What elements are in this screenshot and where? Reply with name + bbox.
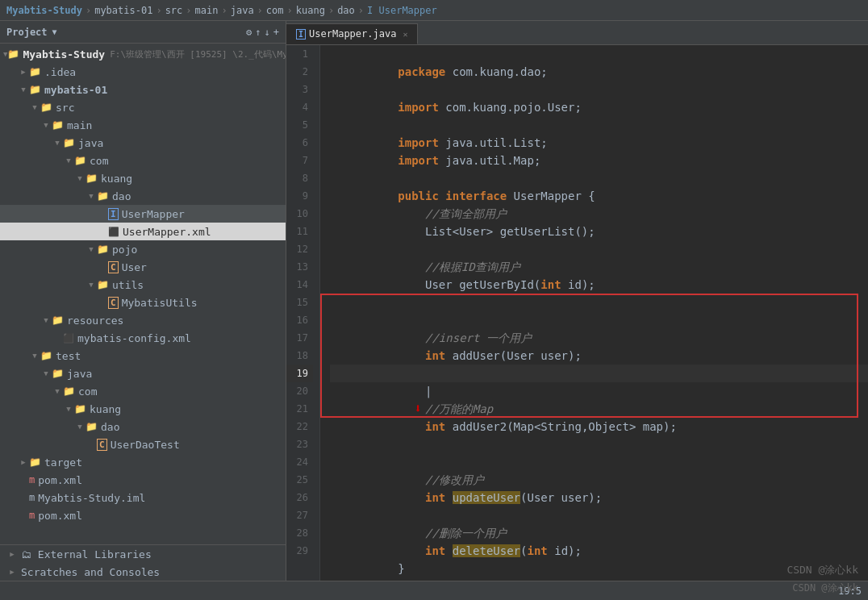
folder-icon: 📁 xyxy=(97,190,109,202)
folder-icon: 📁 xyxy=(52,368,64,379)
code-line-12: //根据ID查询用户 xyxy=(330,240,868,258)
tree-item-myabtis-study[interactable]: ▼ 📁 Myabtis-Study F:\班级管理\西开 [19525] \2.… xyxy=(0,45,286,63)
tree-item-dao[interactable]: ▼ 📁 dao xyxy=(0,187,286,205)
code-line-23 xyxy=(330,435,868,453)
collapse-icon[interactable]: ↑ xyxy=(255,27,261,38)
sidebar-header: Project ▼ ⚙ ↑ ↓ + xyxy=(0,21,286,44)
tree-item-user[interactable]: C User xyxy=(0,258,286,276)
code-line-10: List<User> getUserList(); xyxy=(330,205,868,223)
pom-icon: m xyxy=(29,474,35,485)
code-content[interactable]: package com.kuang.dao; import com.kuang.… xyxy=(320,45,868,581)
breadcrumb-item-1[interactable]: mybatis-01 xyxy=(94,5,152,16)
tree-item-kuang[interactable]: ▼ 📁 kuang xyxy=(0,169,286,187)
tree-item-test[interactable]: ▼ 📁 test xyxy=(0,347,286,365)
tree-item-test-kuang[interactable]: ▼ 📁 kuang xyxy=(0,400,286,418)
tree-item-java[interactable]: ▼ 📁 java xyxy=(0,134,286,152)
code-line-6: import java.util.Map; xyxy=(330,134,868,152)
code-line-5: import java.util.List; xyxy=(330,116,868,134)
sidebar-tree: ▼ 📁 Myabtis-Study F:\班级管理\西开 [19525] \2.… xyxy=(0,44,286,544)
tree-item-mybatis-01[interactable]: ▼ 📁 mybatis-01 xyxy=(0,81,286,98)
breadcrumb-item-5[interactable]: com xyxy=(266,5,284,16)
editor-tab-usermapper[interactable]: I UserMapper.java ✕ xyxy=(286,23,418,44)
tree-arrow-icon: ▼ xyxy=(29,103,40,111)
breadcrumb-item-7[interactable]: dao xyxy=(337,5,355,16)
code-line-15 xyxy=(330,294,868,311)
tree-arrow-icon: ▼ xyxy=(86,192,97,200)
class-icon: C xyxy=(108,261,119,273)
code-line-2 xyxy=(330,63,868,81)
code-line-21: int addUser2(Map<String,Object> map); xyxy=(330,400,868,418)
tree-arrow-icon: ▶ xyxy=(18,458,29,466)
tree-item-test-java[interactable]: ▼ 📁 java xyxy=(0,365,286,382)
tree-label: Myabtis-Study xyxy=(23,48,105,60)
sidebar-bottom: ▶ 🗂 External Libraries ▶ Scratches and C… xyxy=(0,544,286,581)
tree-item-com[interactable]: ▼ 📁 com xyxy=(0,152,286,169)
iml-icon: m xyxy=(29,492,35,503)
folder-icon: 📁 xyxy=(29,66,41,77)
tree-arrow-icon: ▼ xyxy=(52,139,63,147)
tree-item-pom1[interactable]: m pom.xml xyxy=(0,471,286,489)
scratches-label: Scratches and Consoles xyxy=(21,566,160,578)
tree-item-utils[interactable]: ▼ 📁 utils xyxy=(0,276,286,294)
breadcrumb-item-8[interactable]: I UserMapper xyxy=(367,5,437,16)
folder-icon: 📁 xyxy=(97,244,109,255)
add-icon[interactable]: + xyxy=(273,27,279,38)
folder-icon: 📁 xyxy=(86,421,98,432)
tab-label: UserMapper.java xyxy=(309,28,396,40)
tree-item-pom2[interactable]: m pom.xml xyxy=(0,506,286,524)
tree-arrow-icon: ▼ xyxy=(86,245,97,253)
project-label[interactable]: Project xyxy=(6,27,48,38)
tree-item-test-com[interactable]: ▼ 📁 com xyxy=(0,382,286,400)
folder-icon: 📁 xyxy=(86,173,98,184)
tree-arrow-icon: ▼ xyxy=(86,281,97,289)
breadcrumb-item-0[interactable]: Myabtis-Study xyxy=(6,5,82,16)
folder-icon: 📁 xyxy=(63,137,75,148)
expand-icon[interactable]: ↓ xyxy=(265,27,270,38)
code-line-14 xyxy=(330,276,868,294)
folder-icon: 📁 xyxy=(40,102,52,113)
tree-item-iml[interactable]: m Myabtis-Study.iml xyxy=(0,489,286,506)
tree-arrow-icon: ▼ xyxy=(52,387,63,395)
code-line-4 xyxy=(330,98,868,116)
tree-item-main[interactable]: ▼ 📁 main xyxy=(0,116,286,134)
code-line-24: //修改用户 xyxy=(330,453,868,471)
tree-item-userdaotest[interactable]: C UserDaoTest xyxy=(0,435,286,453)
scratches-item[interactable]: ▶ Scratches and Consoles xyxy=(0,563,286,581)
tree-item-usermapper-xml[interactable]: ⬛ UserMapper.xml xyxy=(0,223,286,240)
tree-item-mybatisutils[interactable]: C MybatisUtils xyxy=(0,294,286,311)
code-editor[interactable]: 1 2 3 4 5 6 7 8 9 10 11 12 13 14 15 16 1… xyxy=(286,45,868,581)
code-line-16: //insert 一个用户 xyxy=(330,311,868,329)
tree-arrow-icon: ▼ xyxy=(29,352,40,360)
tree-arrow-icon: ▼ xyxy=(63,156,74,165)
folder-icon: 📁 xyxy=(74,403,86,415)
breadcrumb-item-6[interactable]: kuang xyxy=(296,5,325,16)
tree-arrow-icon: ▼ xyxy=(74,174,86,182)
code-line-28: int deleteUser(int id); xyxy=(330,524,868,542)
tree-item-mybatis-config[interactable]: ⬛ mybatis-config.xml xyxy=(0,329,286,347)
external-libraries-item[interactable]: ▶ 🗂 External Libraries xyxy=(0,545,286,563)
line-numbers: 1 2 3 4 5 6 7 8 9 10 11 12 13 14 15 16 1… xyxy=(286,45,320,581)
code-line-8: public interface UserMapper { xyxy=(330,169,868,187)
status-bar: 19:5 CSDN @涂心kk xyxy=(0,581,868,600)
tree-item-usermapper[interactable]: I UserMapper xyxy=(0,205,286,223)
breadcrumb-item-3[interactable]: main xyxy=(195,5,219,16)
code-line-7 xyxy=(330,152,868,169)
settings-icon[interactable]: ⚙ xyxy=(246,27,252,38)
folder-icon: 📁 xyxy=(97,279,109,290)
tree-arrow-icon: ▼ xyxy=(40,369,52,377)
tree-arrow-icon: ▶ xyxy=(6,568,18,576)
code-line-19: | ⬇ xyxy=(330,365,868,382)
tree-item-idea[interactable]: ▶ 📁 .idea xyxy=(0,63,286,81)
tree-arrow-icon: ▼ xyxy=(74,423,86,431)
sidebar: Project ▼ ⚙ ↑ ↓ + ▼ 📁 Myabtis-Study F:\班… xyxy=(0,21,286,581)
tree-item-pojo[interactable]: ▼ 📁 pojo xyxy=(0,240,286,258)
breadcrumb-item-2[interactable]: src xyxy=(165,5,183,16)
dropdown-arrow-icon[interactable]: ▼ xyxy=(52,27,57,36)
tree-item-src[interactable]: ▼ 📁 src xyxy=(0,98,286,116)
folder-icon: 📁 xyxy=(29,84,41,95)
tree-item-resources[interactable]: ▼ 📁 resources xyxy=(0,311,286,329)
tree-item-target[interactable]: ▶ 📁 target xyxy=(0,453,286,471)
breadcrumb-item-4[interactable]: java xyxy=(231,5,254,16)
tab-close-icon[interactable]: ✕ xyxy=(403,30,407,39)
tree-item-test-dao[interactable]: ▼ 📁 dao xyxy=(0,418,286,435)
